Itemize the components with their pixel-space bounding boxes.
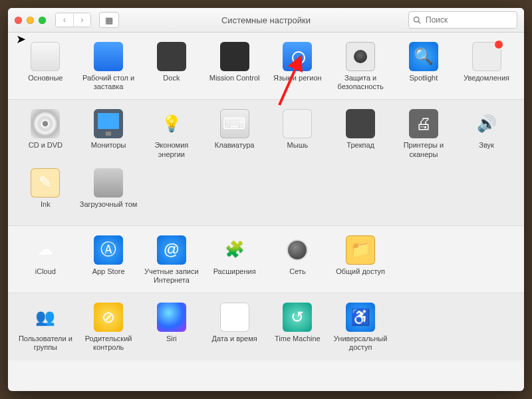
ink-icon: ✎ (31, 168, 60, 198)
disc-icon (31, 109, 60, 138)
titlebar: ‹ › ▦ Системные настройки (8, 8, 524, 33)
pref-keyboard[interactable]: ⌨Клавиатура (203, 106, 265, 162)
preferences-grid: ОсновныеРабочий стол и заставкаDockMissi… (8, 33, 524, 391)
pref-displays[interactable]: Мониторы (78, 106, 140, 162)
general-icon (31, 42, 60, 71)
pref-ink[interactable]: ✎Ink (15, 166, 76, 221)
pref-label: Экономия энергии (141, 141, 203, 158)
pref-label: Загрузочный том (80, 200, 138, 217)
at-sign-icon: @ (157, 235, 186, 265)
pref-label: Основные (28, 74, 63, 91)
notification-badge (494, 40, 503, 49)
grid-icon: ▦ (105, 15, 113, 25)
pref-label: iCloud (35, 267, 56, 285)
pref-language[interactable]: Язык и регион (267, 39, 329, 95)
pref-label: Пользователи и группы (15, 334, 76, 352)
users-icon: 👥 (31, 303, 60, 332)
preferences-row: CD и DVDМониторы💡Экономия энергии⌨Клавиа… (8, 99, 524, 225)
pref-security[interactable]: Защита и безопасность (330, 39, 392, 95)
vault-icon (346, 42, 375, 71)
pref-sound[interactable]: 🔊Звук (456, 106, 517, 162)
pref-appstore[interactable]: ⒶApp Store (78, 233, 140, 289)
pref-label: Принтеры и сканеры (393, 141, 455, 158)
pref-label: Расширения (213, 267, 256, 285)
flag-icon (283, 42, 312, 71)
pref-label: Звук (479, 141, 494, 158)
forward-button[interactable]: › (73, 13, 90, 27)
accessibility-icon: ♿ (346, 303, 375, 332)
pref-label: Дата и время (212, 334, 257, 352)
pref-label: Учетные записи Интернета (141, 267, 203, 285)
speaker-icon: 🔊 (472, 109, 501, 138)
startup-disk-icon (94, 168, 123, 198)
show-all-button[interactable]: ▦ (99, 12, 119, 28)
pref-timemachine[interactable]: ↺Time Machine (267, 300, 329, 356)
bulb-icon: 💡 (157, 109, 186, 138)
nav-buttons: ‹ › (55, 13, 91, 27)
pref-label: Защита и безопасность (330, 74, 392, 91)
pref-label: Трекпад (346, 141, 374, 158)
pref-printers[interactable]: 🖨Принтеры и сканеры (393, 106, 455, 162)
system-preferences-window: ‹ › ▦ Системные настройки ОсновныеРабочи… (8, 8, 524, 391)
trackpad-icon (346, 109, 375, 138)
pref-label: Mission Control (209, 74, 260, 91)
pref-users[interactable]: 👥Пользователи и группы (15, 300, 76, 356)
pref-extensions[interactable]: 🧩Расширения (203, 233, 265, 289)
window-controls (15, 17, 46, 24)
pref-desktop[interactable]: Рабочий стол и заставка (78, 39, 140, 95)
pref-label: Язык и регион (273, 74, 322, 91)
pref-label: Мониторы (91, 141, 126, 158)
preferences-row: ☁iCloudⒶApp Store@Учетные записи Интерне… (8, 225, 524, 293)
pref-label: Time Machine (275, 334, 321, 352)
pref-label: Уведомления (464, 74, 509, 91)
pref-trackpad[interactable]: Трекпад (330, 106, 392, 162)
pref-mouse[interactable]: Мышь (267, 106, 329, 162)
svg-line-1 (418, 21, 420, 23)
folder-share-icon: 📁 (346, 235, 375, 265)
display-icon (94, 109, 123, 138)
zoom-button[interactable] (39, 17, 46, 24)
pref-notifications[interactable]: Уведомления (456, 39, 517, 95)
pref-label: Клавиатура (215, 141, 255, 158)
search-input[interactable] (424, 15, 507, 25)
minimize-button[interactable] (27, 17, 34, 24)
pref-sharing[interactable]: 📁Общий доступ (330, 233, 392, 289)
search-icon (413, 16, 421, 24)
pref-general[interactable]: Основные (15, 39, 76, 95)
pref-cddvd[interactable]: CD и DVD (15, 106, 76, 162)
pref-label: Ink (41, 200, 51, 217)
mouse-icon (283, 109, 312, 138)
printer-icon: 🖨 (409, 109, 438, 138)
pref-accounts[interactable]: @Учетные записи Интернета (141, 233, 203, 289)
pref-mission[interactable]: Mission Control (203, 39, 265, 95)
pref-parental[interactable]: ⊘Родительский контроль (78, 300, 140, 356)
pref-label: App Store (92, 267, 125, 285)
pref-label: Сеть (289, 267, 305, 285)
pref-label: Мышь (287, 141, 309, 158)
back-button[interactable]: ‹ (56, 13, 73, 27)
pref-dock[interactable]: Dock (141, 39, 203, 95)
pref-energy[interactable]: 💡Экономия энергии (141, 106, 203, 162)
close-button[interactable] (15, 17, 22, 24)
pref-datetime[interactable]: 18Дата и время (203, 300, 265, 356)
pref-icloud[interactable]: ☁iCloud (15, 233, 76, 289)
pref-label: Spotlight (409, 74, 438, 91)
parental-icon: ⊘ (94, 303, 123, 332)
pref-network[interactable]: Сеть (267, 233, 329, 289)
svg-point-0 (414, 17, 420, 23)
pref-siri[interactable]: Siri (141, 300, 203, 356)
pref-accessibility[interactable]: ♿Универсальный доступ (330, 300, 392, 356)
siri-icon (157, 303, 186, 332)
time-machine-icon: ↺ (283, 303, 312, 332)
pref-spotlight[interactable]: 🔍Spotlight (393, 39, 455, 95)
search-field[interactable] (408, 11, 517, 29)
desktop-icon (94, 42, 123, 71)
pref-label: Dock (163, 74, 180, 91)
mission-control-icon (220, 42, 249, 71)
pref-label: Родительский контроль (78, 334, 140, 352)
pref-label: CD и DVD (29, 141, 63, 158)
pref-label: Общий доступ (336, 267, 385, 285)
pref-startup[interactable]: Загрузочный том (78, 166, 140, 221)
cloud-icon: ☁ (31, 235, 60, 265)
calendar-icon: 18 (220, 303, 249, 332)
